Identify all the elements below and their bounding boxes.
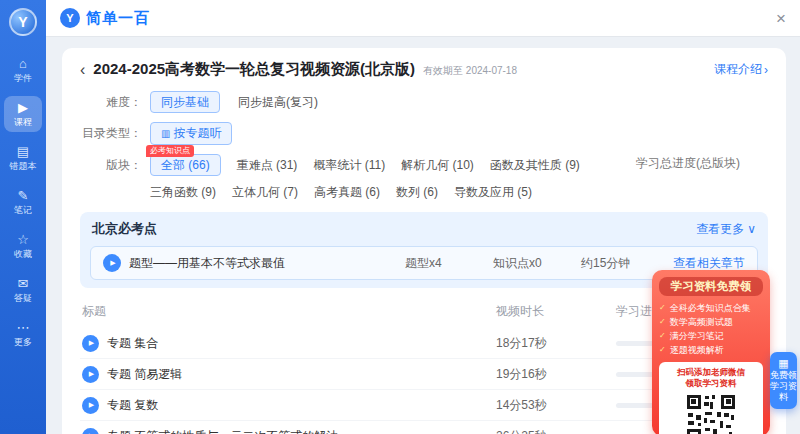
must-see-title: 北京必考点 — [92, 220, 157, 238]
catalog-filter-row: 目录类型： ▥按专题听 — [80, 122, 768, 145]
star-icon: ☆ — [17, 233, 29, 247]
section-filter-all-label: 全部 (66) — [150, 154, 221, 176]
must-know-badge: 必考知识点 — [146, 145, 194, 157]
chevron-right-icon: › — [764, 63, 768, 77]
section-options: 必考知识点 全部 (66) 重难点 (31) 概率统计 (11) 解析几何 (1… — [142, 154, 636, 203]
knowledge-count: 知识点x0 — [493, 255, 581, 272]
qr-code — [685, 393, 737, 434]
view-more-link[interactable]: 查看更多 ∨ — [696, 221, 756, 238]
section-filter-all[interactable]: 必考知识点 全部 (66) — [150, 154, 221, 176]
more-icon: ⋯ — [17, 321, 30, 335]
course-intro-label: 课程介绍 — [714, 61, 762, 78]
side-button-label-line2: 学习资料 — [770, 381, 797, 403]
notes-icon: ✎ — [18, 189, 29, 203]
video-duration: 18分17秒 — [496, 335, 616, 352]
promo-item: ✓ 满分学习笔记 — [659, 329, 763, 343]
difficulty-filter-row: 难度： 同步基础 同步提高(复习) — [80, 91, 768, 113]
course-title-row: ‹ 2024-2025高考数学一轮总复习视频资源(北京版) 有效期至 2024-… — [80, 60, 768, 79]
close-icon[interactable]: × — [776, 10, 786, 27]
top-header: Y 简单一百 × — [46, 0, 800, 36]
qr-caption-line2: 领取学习资料 — [663, 378, 759, 389]
section-label: 版块： — [80, 154, 142, 176]
video-duration: 19分16秒 — [496, 366, 616, 383]
free-materials-button[interactable]: ▦ 免费领 学习资料 — [770, 352, 797, 409]
section-filter-row: 版块： 必考知识点 全部 (66) 重难点 (31) 概率统计 (11) 解析几… — [80, 154, 768, 203]
sidebar-item-gengduo[interactable]: ⋯ 更多 — [4, 316, 42, 352]
sidebar-item-label: 错题本 — [10, 161, 37, 171]
must-see-item-title: 题型——用基本不等式求最值 — [129, 255, 405, 272]
app-sidebar: Y ⌂ 学件 ▶ 课程 ▤ 错题本 ✎ 笔记 ☆ 收藏 ✉ 答疑 ⋯ 更多 — [0, 0, 46, 434]
section-filter[interactable]: 三角函数 (9) — [150, 181, 216, 203]
video-title: 专题 简易逻辑 — [107, 366, 182, 383]
brand-name: 简单一百 — [86, 9, 150, 28]
mistake-book-icon: ▤ — [17, 145, 29, 159]
total-progress-label: 学习总进度(总版块) — [636, 156, 740, 170]
course-icon: ▶ — [18, 101, 28, 115]
chevron-down-icon: ∨ — [747, 222, 756, 236]
promo-item-text: 数学高频测试题 — [670, 315, 733, 329]
promo-title: 学习资料免费领 — [659, 277, 763, 296]
section-filter[interactable]: 高考真题 (6) — [314, 181, 380, 203]
play-icon[interactable]: ▶ — [82, 428, 99, 434]
video-title: 专题 集合 — [107, 335, 158, 352]
sidebar-item-shoucang[interactable]: ☆ 收藏 — [4, 228, 42, 264]
video-title: 专题 不等式的性质与一元二次不等式的解法 — [107, 428, 338, 434]
sidebar-item-label: 课程 — [14, 117, 32, 127]
promo-item: ✓ 逐题视频解析 — [659, 343, 763, 357]
sidebar-item-label: 笔记 — [14, 205, 32, 215]
must-see-header: 北京必考点 查看更多 ∨ — [90, 220, 758, 238]
promo-item: ✓ 全科必考知识点合集 — [659, 301, 763, 315]
difficulty-option-basic[interactable]: 同步基础 — [150, 91, 220, 113]
play-icon[interactable]: ▶ — [82, 366, 99, 383]
header-title: 标题 — [82, 303, 496, 320]
total-progress: 学习总进度(总版块) — [636, 154, 768, 172]
sidebar-item-xuejian[interactable]: ⌂ 学件 — [4, 52, 42, 88]
sidebar-item-label: 答疑 — [14, 293, 32, 303]
promo-item-text: 逐题视频解析 — [670, 343, 724, 357]
course-intro-link[interactable]: 课程介绍 › — [714, 61, 768, 78]
pattern-count: 题型x4 — [405, 255, 493, 272]
difficulty-option-advanced[interactable]: 同步提高(复习) — [238, 91, 318, 113]
promo-item: ✓ 数学高频测试题 — [659, 315, 763, 329]
header-duration: 视频时长 — [496, 303, 616, 320]
difficulty-label: 难度： — [80, 91, 142, 113]
app-logo-icon: Y — [9, 8, 37, 36]
section-filter[interactable]: 重难点 (31) — [237, 154, 298, 176]
check-icon: ✓ — [659, 329, 666, 343]
sidebar-item-biji[interactable]: ✎ 笔记 — [4, 184, 42, 220]
sidebar-item-label: 收藏 — [14, 249, 32, 259]
play-icon[interactable]: ▶ — [82, 335, 99, 352]
check-icon: ✓ — [659, 343, 666, 357]
promo-item-text: 全科必考知识点合集 — [670, 301, 751, 315]
sidebar-item-dayi[interactable]: ✉ 答疑 — [4, 272, 42, 308]
catalog-option-label: 按专题听 — [173, 126, 221, 140]
duration-estimate: 约15分钟 — [581, 255, 669, 272]
catalog-option-by-topic[interactable]: ▥按专题听 — [150, 122, 232, 145]
sidebar-item-label: 更多 — [14, 337, 32, 347]
sidebar-item-label: 学件 — [14, 73, 32, 83]
section-filter[interactable]: 函数及其性质 (9) — [490, 154, 580, 176]
play-icon[interactable]: ▶ — [103, 254, 121, 272]
section-filter[interactable]: 导数及应用 (5) — [454, 181, 532, 203]
section-filter[interactable]: 解析几何 (10) — [401, 154, 474, 176]
side-button-label-line1: 免费领 — [770, 370, 797, 381]
video-duration: 26分25秒 — [496, 428, 616, 434]
brand-logo-icon: Y — [60, 8, 80, 28]
play-icon[interactable]: ▶ — [82, 397, 99, 414]
qr-caption-line1: 扫码添加老师微信 — [663, 367, 759, 378]
qr-panel: 扫码添加老师微信 领取学习资料 — [659, 362, 763, 434]
back-icon[interactable]: ‹ — [80, 62, 85, 78]
promo-card: 学习资料免费领 ✓ 全科必考知识点合集 ✓ 数学高频测试题 ✓ 满分学习笔记 ✓… — [652, 270, 770, 434]
sidebar-item-kecheng[interactable]: ▶ 课程 — [4, 96, 42, 132]
video-duration: 14分53秒 — [496, 397, 616, 414]
section-filter[interactable]: 概率统计 (11) — [313, 154, 385, 176]
section-filter[interactable]: 数列 (6) — [396, 181, 438, 203]
qa-icon: ✉ — [18, 277, 29, 291]
view-more-label: 查看更多 — [696, 221, 744, 238]
check-icon: ✓ — [659, 315, 666, 329]
sidebar-item-cuotiben[interactable]: ▤ 错题本 — [4, 140, 42, 176]
page-title: 2024-2025高考数学一轮总复习视频资源(北京版) — [93, 60, 415, 79]
related-chapter-link[interactable]: 查看相关章节 — [673, 255, 745, 272]
catalog-label: 目录类型： — [80, 122, 142, 144]
section-filter[interactable]: 立体几何 (7) — [232, 181, 298, 203]
